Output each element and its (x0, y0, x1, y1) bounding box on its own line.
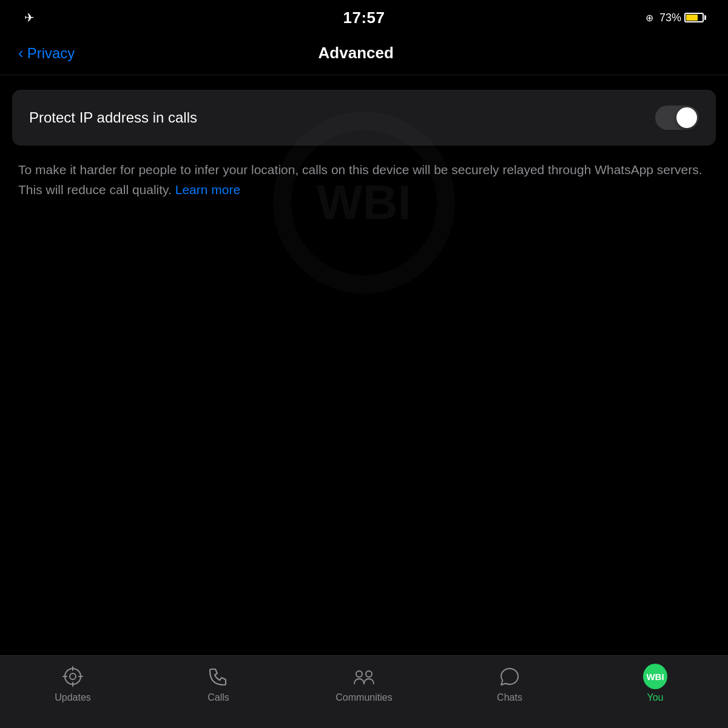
communities-label: Communities (335, 692, 392, 703)
protect-ip-toggle[interactable] (655, 106, 699, 130)
svg-point-1 (70, 673, 76, 679)
you-icon: WBI (643, 664, 667, 689)
page-title: Advanced (75, 44, 637, 62)
status-bar: ✈ 17:57 ⊕ 73% (0, 0, 728, 32)
toggle-knob (676, 107, 697, 128)
battery-container: 73% (659, 12, 704, 24)
tab-item-chats[interactable]: Chats (437, 664, 582, 703)
watermark: WBI (273, 112, 455, 294)
nav-bar: ‹ Privacy Advanced (0, 32, 728, 75)
learn-more-link[interactable]: Learn more (175, 183, 240, 197)
updates-label: Updates (55, 692, 91, 703)
avatar-text: WBI (646, 672, 664, 682)
you-avatar: WBI (643, 664, 667, 689)
you-label: You (647, 692, 664, 703)
tab-item-calls[interactable]: Calls (146, 664, 291, 703)
status-time: 17:57 (343, 8, 385, 27)
tab-item-you[interactable]: WBI You (582, 664, 728, 703)
battery-percent: 73% (659, 12, 681, 24)
back-button[interactable]: ‹ Privacy (18, 45, 75, 62)
phone-screen: ✈ 17:57 ⊕ 73% ‹ Privacy Advanced (0, 0, 728, 728)
chats-icon (497, 664, 522, 689)
svg-point-6 (356, 671, 362, 677)
calls-icon (206, 664, 231, 689)
chats-label: Chats (497, 692, 522, 703)
status-right: ⊕ 73% (631, 12, 704, 24)
back-chevron-icon: ‹ (18, 45, 24, 61)
battery-fill (686, 15, 698, 21)
calls-label: Calls (207, 692, 229, 703)
battery-icon (684, 13, 704, 22)
communities-icon (352, 664, 376, 689)
updates-icon (61, 664, 85, 689)
svg-point-7 (366, 671, 372, 677)
back-label: Privacy (27, 45, 75, 62)
content-area: WBI Protect IP address in calls To make … (0, 75, 728, 655)
tab-item-communities[interactable]: Communities (291, 664, 437, 703)
tab-bar: Updates Calls Communities (0, 655, 728, 728)
status-left: ✈ (24, 10, 97, 25)
airplane-icon: ✈ (24, 10, 35, 25)
lock-icon: ⊕ (645, 12, 653, 24)
tab-item-updates[interactable]: Updates (0, 664, 146, 703)
protect-ip-label: Protect IP address in calls (29, 109, 197, 126)
